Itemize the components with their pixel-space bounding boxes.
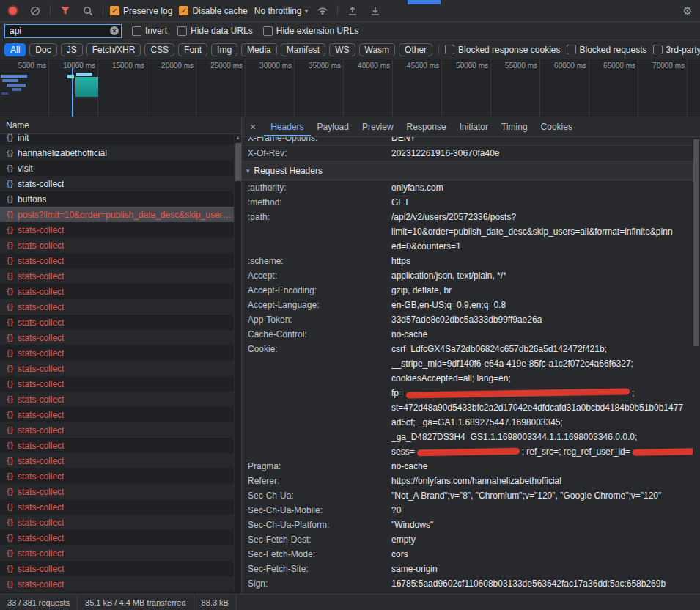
tab-cookies[interactable]: Cookies	[534, 117, 579, 136]
request-row[interactable]: {}stats-collect	[0, 407, 242, 422]
clear-button[interactable]	[27, 3, 43, 19]
request-row[interactable]: {}stats-collect	[0, 422, 242, 438]
filter-input[interactable]	[10, 26, 107, 36]
header-value: no-cache	[391, 459, 693, 474]
request-row[interactable]: {}stats-collect	[0, 438, 242, 453]
tab-timing[interactable]: Timing	[495, 117, 534, 136]
request-row[interactable]: {}stats-collect	[0, 315, 242, 330]
request-row[interactable]: {}stats-collect	[0, 345, 242, 361]
tab-payload[interactable]: Payload	[311, 117, 355, 136]
upload-icon	[347, 6, 358, 16]
header-value-line: st=472d48a90d5433bfc2a2d17042e4dfdcafd31…	[391, 400, 693, 415]
search-button[interactable]	[80, 3, 96, 19]
request-row[interactable]: {}stats-collect	[0, 238, 242, 253]
filter-chip-doc[interactable]: Doc	[29, 43, 56, 56]
toolbar-divider	[438, 44, 439, 55]
filter-chip-font[interactable]: Font	[178, 43, 207, 56]
header-value: csrf=LdfcGX4Sa72db06824c657db26a5d142472…	[391, 342, 693, 459]
tab-response[interactable]: Response	[400, 117, 453, 136]
throttling-select[interactable]: No throttling ▾	[254, 6, 309, 16]
request-row[interactable]: {}stats-collect	[0, 484, 242, 499]
request-row[interactable]: {}stats-collect	[0, 253, 242, 268]
request-row[interactable]: {}stats-collect	[0, 561, 242, 576]
request-row[interactable]: {}stats-collect	[0, 545, 242, 561]
filter-toggle-button[interactable]	[57, 3, 73, 19]
file-type-icon: {}	[6, 241, 13, 249]
filter-chip-img[interactable]: Img	[211, 43, 237, 56]
filter-chip-js[interactable]: JS	[61, 43, 83, 56]
request-row[interactable]: {}stats-collect	[0, 361, 242, 376]
request-row[interactable]: {}stats-collect	[0, 453, 242, 468]
filter-chip-fetch-xhr[interactable]: Fetch/XHR	[86, 43, 141, 56]
request-headers-section[interactable]: ▾ Request Headers	[242, 161, 693, 180]
filter-chip-css[interactable]: CSS	[144, 43, 174, 56]
request-row[interactable]: {}stats-collect	[0, 576, 242, 592]
hide-extension-urls-checkbox[interactable]: Hide extension URLs	[263, 26, 359, 36]
request-row[interactable]: {}buttons	[0, 191, 242, 207]
redaction-scribble	[417, 448, 520, 456]
header-row: :authority:onlyfans.com	[242, 180, 693, 195]
network-conditions-button[interactable]	[314, 3, 331, 19]
header-row: :scheme:https	[242, 254, 693, 268]
disable-cache-checkbox[interactable]: ✓ Disable cache	[179, 6, 247, 16]
export-har-button[interactable]	[367, 3, 383, 19]
name-column-header[interactable]: Name	[0, 117, 241, 134]
request-row[interactable]: {}stats-collect	[0, 268, 242, 284]
invert-label: Invert	[145, 26, 167, 36]
request-row[interactable]: {}stats-collect	[0, 176, 242, 191]
header-value: https://onlyfans.com/hannahelizabethoffi…	[391, 474, 693, 488]
request-row[interactable]: {}visit	[0, 161, 242, 176]
request-row[interactable]: {}stats-collect	[0, 499, 242, 515]
filter-chip-other[interactable]: Other	[399, 43, 432, 56]
checkbox-check-icon: ✓	[179, 6, 188, 15]
details-tabs: HeadersPayloadPreviewResponseInitiatorTi…	[264, 117, 579, 136]
request-row[interactable]: {}stats-collect	[0, 330, 242, 345]
header-name: Accept-Encoding:	[248, 283, 391, 298]
blue-highlight-artifact	[408, 0, 441, 4]
filter-chip-manifest[interactable]: Manifest	[281, 43, 325, 56]
tab-preview[interactable]: Preview	[355, 117, 400, 136]
hide-data-urls-label: Hide data URLs	[191, 26, 253, 36]
settings-button[interactable]: ⚙	[679, 3, 696, 19]
header-value: onlyfans.com	[391, 180, 693, 195]
scrollbar-thumb[interactable]	[693, 139, 699, 346]
request-row[interactable]: {}stats-collect	[0, 530, 242, 545]
network-overview-timeline[interactable]: 5000 ms10000 ms15000 ms20000 ms25000 ms3…	[0, 59, 700, 117]
hide-data-urls-checkbox[interactable]: Hide data URLs	[177, 26, 253, 36]
header-row: Sec-Fetch-Mode:cors	[242, 547, 693, 562]
blocked-response-cookies-checkbox[interactable]: Blocked response cookies	[445, 45, 560, 55]
request-row[interactable]: {}stats-collect	[0, 392, 242, 407]
filter-chip-wasm[interactable]: Wasm	[359, 43, 396, 56]
close-details-button[interactable]: ×	[242, 117, 264, 136]
filter-chip-ws[interactable]: WS	[329, 43, 355, 56]
tab-headers[interactable]: Headers	[264, 117, 310, 136]
request-row[interactable]: {}stats-collect	[0, 468, 242, 484]
filter-funnel-icon	[60, 6, 70, 15]
scrollbar-thumb[interactable]	[235, 143, 241, 181]
request-row[interactable]: {}posts?limit=10&order=publish_date_desc…	[0, 207, 242, 222]
import-har-button[interactable]	[345, 3, 361, 19]
invert-checkbox[interactable]: Invert	[132, 26, 167, 36]
request-row[interactable]: {}stats-collect	[0, 515, 242, 530]
preserve-log-checkbox[interactable]: ✓ Preserve log	[110, 6, 172, 16]
request-list-scrollbar[interactable]: ▴	[234, 134, 241, 594]
request-row[interactable]: {}stats-collect	[0, 284, 242, 299]
request-row[interactable]: {}init	[0, 134, 242, 145]
request-name: stats-collect	[18, 364, 64, 374]
file-type-icon: {}	[6, 226, 13, 234]
waterfall-block	[75, 77, 98, 97]
filter-chip-media[interactable]: Media	[241, 43, 277, 56]
request-row[interactable]: {}stats-collect	[0, 376, 242, 392]
third-party-requests-checkbox[interactable]: 3rd-party requests	[653, 45, 700, 55]
header-name: Pragma:	[248, 459, 391, 474]
blocked-requests-checkbox[interactable]: Blocked requests	[567, 45, 647, 55]
filter-chip-all[interactable]: All	[4, 43, 26, 56]
request-row[interactable]: {}stats-collect	[0, 299, 242, 315]
request-row[interactable]: {}stats-collect	[0, 222, 242, 238]
header-value: no-cache	[391, 327, 693, 342]
record-button[interactable]	[4, 3, 21, 19]
tab-initiator[interactable]: Initiator	[453, 117, 495, 136]
details-scrollbar[interactable]	[693, 137, 700, 594]
clear-filter-icon[interactable]: ×	[110, 26, 119, 35]
request-row[interactable]: {}hannahelizabethofficial	[0, 145, 242, 161]
